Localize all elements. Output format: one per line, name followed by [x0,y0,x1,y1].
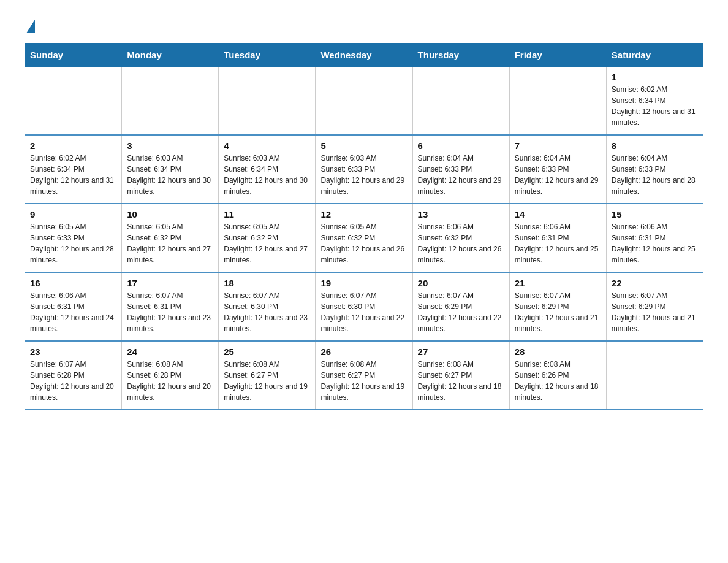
day-number: 1 [612,72,698,82]
day-number: 12 [320,209,407,220]
day-info: Sunrise: 6:07 AMSunset: 6:28 PMDaylight:… [30,360,114,402]
day-info: Sunrise: 6:05 AMSunset: 6:33 PMDaylight:… [30,223,114,264]
calendar-cell: 28Sunrise: 6:08 AMSunset: 6:26 PMDayligh… [509,341,606,410]
day-info: Sunrise: 6:07 AMSunset: 6:30 PMDaylight:… [320,291,404,333]
day-number: 3 [127,140,213,151]
calendar-cell: 26Sunrise: 6:08 AMSunset: 6:27 PMDayligh… [316,341,412,410]
day-info: Sunrise: 6:06 AMSunset: 6:31 PMDaylight:… [612,223,696,264]
calendar-cell: 18Sunrise: 6:07 AMSunset: 6:30 PMDayligh… [219,272,316,341]
day-info: Sunrise: 6:06 AMSunset: 6:31 PMDaylight:… [515,223,599,264]
day-info: Sunrise: 6:04 AMSunset: 6:33 PMDaylight:… [515,154,599,196]
col-sunday: Sunday [25,44,122,67]
day-info: Sunrise: 6:03 AMSunset: 6:33 PMDaylight:… [320,154,404,196]
col-tuesday: Tuesday [219,44,316,67]
calendar-cell: 25Sunrise: 6:08 AMSunset: 6:27 PMDayligh… [219,341,316,410]
day-info: Sunrise: 6:02 AMSunset: 6:34 PMDaylight:… [30,154,114,196]
calendar-week-row: 16Sunrise: 6:06 AMSunset: 6:31 PMDayligh… [25,272,703,341]
calendar-cell [219,67,316,136]
day-info: Sunrise: 6:08 AMSunset: 6:27 PMDaylight:… [320,360,404,402]
col-thursday: Thursday [412,44,509,67]
day-info: Sunrise: 6:08 AMSunset: 6:28 PMDaylight:… [127,360,211,402]
calendar-cell [122,67,219,136]
calendar-cell: 24Sunrise: 6:08 AMSunset: 6:28 PMDayligh… [122,341,219,410]
day-info: Sunrise: 6:04 AMSunset: 6:33 PMDaylight:… [612,154,696,196]
calendar-cell: 6Sunrise: 6:04 AMSunset: 6:33 PMDaylight… [412,135,509,204]
col-wednesday: Wednesday [316,44,412,67]
calendar-cell [412,67,509,136]
day-number: 25 [224,347,310,357]
calendar-cell: 23Sunrise: 6:07 AMSunset: 6:28 PMDayligh… [25,341,122,410]
day-number: 17 [127,278,213,288]
day-info: Sunrise: 6:08 AMSunset: 6:26 PMDaylight:… [515,360,599,402]
day-info: Sunrise: 6:07 AMSunset: 6:29 PMDaylight:… [418,291,502,333]
calendar-header-row: Sunday Monday Tuesday Wednesday Thursday… [25,44,703,67]
day-info: Sunrise: 6:05 AMSunset: 6:32 PMDaylight:… [127,223,211,264]
calendar-cell: 5Sunrise: 6:03 AMSunset: 6:33 PMDaylight… [316,135,412,204]
day-number: 24 [127,347,213,357]
day-number: 4 [224,140,310,151]
calendar-cell: 14Sunrise: 6:06 AMSunset: 6:31 PMDayligh… [509,204,606,272]
day-number: 22 [612,278,698,288]
calendar-cell: 3Sunrise: 6:03 AMSunset: 6:34 PMDaylight… [122,135,219,204]
calendar-cell: 11Sunrise: 6:05 AMSunset: 6:32 PMDayligh… [219,204,316,272]
day-info: Sunrise: 6:06 AMSunset: 6:31 PMDaylight:… [30,291,114,333]
calendar-week-row: 2Sunrise: 6:02 AMSunset: 6:34 PMDaylight… [25,135,703,204]
day-number: 21 [515,278,601,288]
day-info: Sunrise: 6:07 AMSunset: 6:29 PMDaylight:… [612,291,696,333]
day-number: 10 [127,209,213,220]
calendar-cell: 21Sunrise: 6:07 AMSunset: 6:29 PMDayligh… [509,272,606,341]
day-info: Sunrise: 6:07 AMSunset: 6:29 PMDaylight:… [515,291,599,333]
day-number: 26 [320,347,407,357]
day-number: 14 [515,209,601,220]
calendar-cell: 7Sunrise: 6:04 AMSunset: 6:33 PMDaylight… [509,135,606,204]
calendar-week-row: 23Sunrise: 6:07 AMSunset: 6:28 PMDayligh… [25,341,703,410]
calendar-cell: 12Sunrise: 6:05 AMSunset: 6:32 PMDayligh… [316,204,412,272]
day-number: 28 [515,347,601,357]
calendar-cell: 10Sunrise: 6:05 AMSunset: 6:32 PMDayligh… [122,204,219,272]
day-number: 15 [612,209,698,220]
calendar-cell: 16Sunrise: 6:06 AMSunset: 6:31 PMDayligh… [25,272,122,341]
page-header [25,18,703,31]
col-monday: Monday [122,44,219,67]
day-number: 23 [30,347,116,357]
day-number: 9 [30,209,116,220]
day-number: 7 [515,140,601,151]
calendar-cell: 4Sunrise: 6:03 AMSunset: 6:34 PMDaylight… [219,135,316,204]
calendar-cell: 22Sunrise: 6:07 AMSunset: 6:29 PMDayligh… [606,272,703,341]
col-saturday: Saturday [606,44,703,67]
calendar-cell: 19Sunrise: 6:07 AMSunset: 6:30 PMDayligh… [316,272,412,341]
calendar-cell [606,341,703,410]
calendar-table: Sunday Monday Tuesday Wednesday Thursday… [25,43,703,410]
day-number: 11 [224,209,310,220]
day-info: Sunrise: 6:03 AMSunset: 6:34 PMDaylight:… [127,154,211,196]
calendar-cell: 9Sunrise: 6:05 AMSunset: 6:33 PMDaylight… [25,204,122,272]
day-info: Sunrise: 6:03 AMSunset: 6:34 PMDaylight:… [224,154,308,196]
day-info: Sunrise: 6:05 AMSunset: 6:32 PMDaylight:… [224,223,308,264]
calendar-cell: 13Sunrise: 6:06 AMSunset: 6:32 PMDayligh… [412,204,509,272]
day-info: Sunrise: 6:06 AMSunset: 6:32 PMDaylight:… [418,223,502,264]
calendar-cell: 17Sunrise: 6:07 AMSunset: 6:31 PMDayligh… [122,272,219,341]
day-number: 6 [418,140,504,151]
logo [25,18,35,31]
day-info: Sunrise: 6:07 AMSunset: 6:30 PMDaylight:… [224,291,308,333]
day-info: Sunrise: 6:08 AMSunset: 6:27 PMDaylight:… [418,360,502,402]
day-number: 18 [224,278,310,288]
day-number: 16 [30,278,116,288]
day-info: Sunrise: 6:05 AMSunset: 6:32 PMDaylight:… [320,223,404,264]
day-number: 2 [30,140,116,151]
calendar-week-row: 1Sunrise: 6:02 AMSunset: 6:34 PMDaylight… [25,67,703,136]
calendar-cell: 2Sunrise: 6:02 AMSunset: 6:34 PMDaylight… [25,135,122,204]
day-info: Sunrise: 6:07 AMSunset: 6:31 PMDaylight:… [127,291,211,333]
calendar-week-row: 9Sunrise: 6:05 AMSunset: 6:33 PMDaylight… [25,204,703,272]
calendar-cell [316,67,412,136]
day-info: Sunrise: 6:02 AMSunset: 6:34 PMDaylight:… [612,85,696,127]
calendar-cell: 20Sunrise: 6:07 AMSunset: 6:29 PMDayligh… [412,272,509,341]
calendar-cell: 15Sunrise: 6:06 AMSunset: 6:31 PMDayligh… [606,204,703,272]
day-info: Sunrise: 6:08 AMSunset: 6:27 PMDaylight:… [224,360,308,402]
calendar-cell: 1Sunrise: 6:02 AMSunset: 6:34 PMDaylight… [606,67,703,136]
day-number: 20 [418,278,504,288]
calendar-cell [509,67,606,136]
day-info: Sunrise: 6:04 AMSunset: 6:33 PMDaylight:… [418,154,502,196]
calendar-cell: 8Sunrise: 6:04 AMSunset: 6:33 PMDaylight… [606,135,703,204]
day-number: 13 [418,209,504,220]
